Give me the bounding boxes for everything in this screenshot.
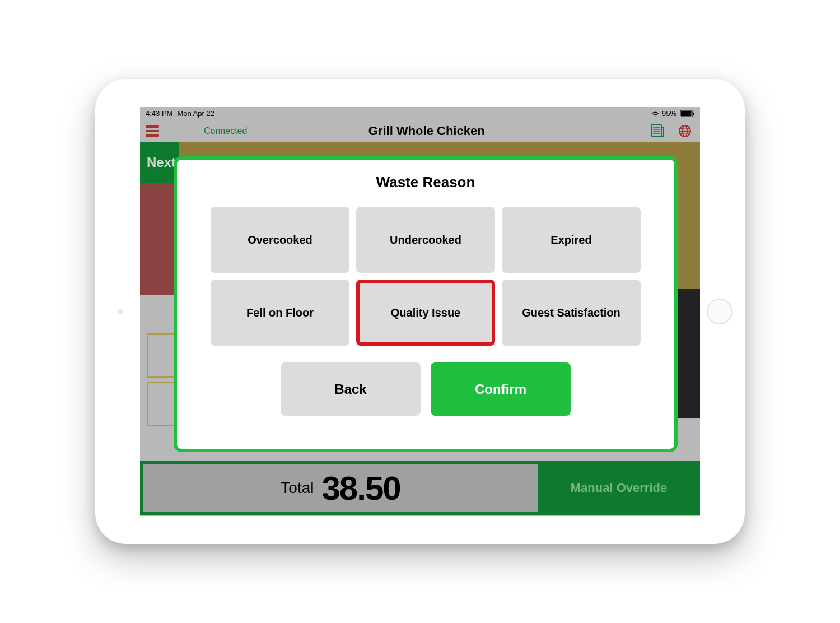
globe-icon[interactable] xyxy=(678,124,692,138)
reason-undercooked[interactable]: Undercooked xyxy=(356,207,495,273)
back-button[interactable]: Back xyxy=(281,362,421,416)
svg-rect-2 xyxy=(693,112,694,115)
bottom-bar: Total 38.50 Manual Override xyxy=(140,461,700,515)
svg-rect-3 xyxy=(651,125,661,136)
reason-fell-on-floor[interactable]: Fell on Floor xyxy=(211,280,349,346)
reason-overcooked[interactable]: Overcooked xyxy=(211,207,349,273)
waste-reason-modal: Waste Reason Overcooked Undercooked Expi… xyxy=(174,156,678,452)
screen: 4:43 PM Mon Apr 22 95% Connected Grill W… xyxy=(140,107,700,516)
modal-title: Waste Reason xyxy=(211,174,641,191)
camera-dot xyxy=(118,309,123,314)
menu-icon[interactable] xyxy=(146,125,159,137)
status-time: 4:43 PM xyxy=(146,109,172,118)
battery-percent: 95% xyxy=(662,109,676,118)
home-button[interactable] xyxy=(707,299,732,324)
battery-icon xyxy=(680,110,694,117)
svg-rect-1 xyxy=(681,111,692,116)
ipad-device-frame: 4:43 PM Mon Apr 22 95% Connected Grill W… xyxy=(95,79,745,544)
reason-expired[interactable]: Expired xyxy=(502,207,641,273)
override-label: Manual Override xyxy=(571,481,667,495)
svg-rect-4 xyxy=(661,127,664,136)
total-section: Total 38.50 xyxy=(143,464,538,512)
manual-override-button[interactable]: Manual Override xyxy=(538,464,700,512)
header-bar: Connected Grill Whole Chicken xyxy=(140,120,700,142)
total-label: Total xyxy=(281,479,314,497)
reason-grid: Overcooked Undercooked Expired Fell on F… xyxy=(211,207,641,346)
reason-guest-satisfaction[interactable]: Guest Satisfaction xyxy=(502,280,641,346)
status-bar: 4:43 PM Mon Apr 22 95% xyxy=(140,107,700,120)
total-value: 38.50 xyxy=(322,469,400,508)
reason-quality-issue[interactable]: Quality Issue xyxy=(356,280,495,346)
page-title: Grill Whole Chicken xyxy=(219,124,634,138)
confirm-button[interactable]: Confirm xyxy=(431,362,571,416)
news-icon[interactable] xyxy=(651,124,664,138)
wifi-icon xyxy=(651,110,660,117)
status-date: Mon Apr 22 xyxy=(177,109,214,118)
